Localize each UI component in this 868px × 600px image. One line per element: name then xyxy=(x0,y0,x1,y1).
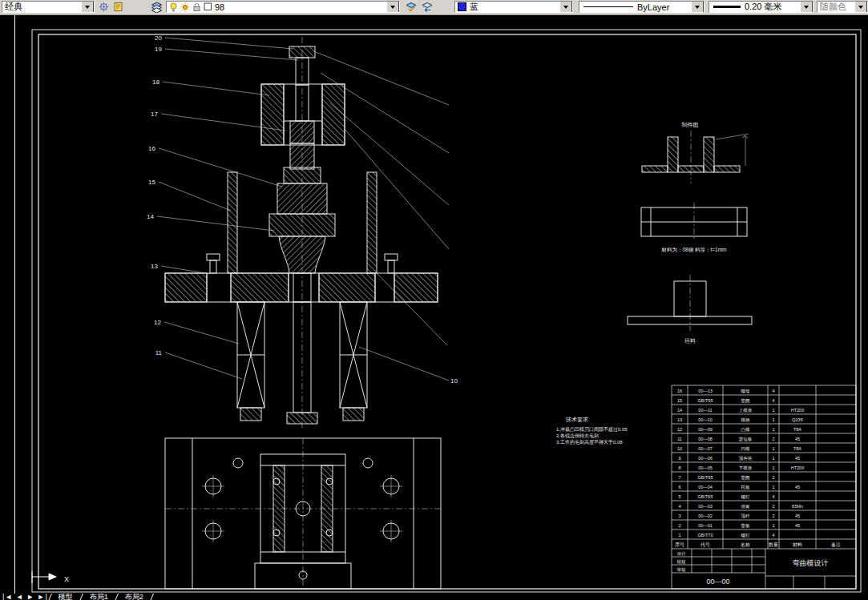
linetype-combo[interactable]: ByLayer xyxy=(579,1,704,13)
bom-cell: 1 xyxy=(772,465,774,470)
bom-cell: T8A xyxy=(793,446,801,451)
bom-cell: 2 xyxy=(772,504,774,509)
bom-cell: 12 xyxy=(677,427,682,432)
bom-cell: 2 xyxy=(772,475,774,480)
bom-header-qty: 数量 xyxy=(769,542,778,547)
color-value: 蓝 xyxy=(470,1,559,13)
bom-cell: 45 xyxy=(795,513,800,518)
bom-cell: T8A xyxy=(793,427,801,432)
bom-cell: GB/T65 xyxy=(698,494,713,499)
bom-cell: 00—08 xyxy=(698,437,713,441)
tab-model[interactable]: 模型 xyxy=(52,594,79,600)
bom-cell: 1 xyxy=(678,533,680,538)
lineweight-combo[interactable]: 0.20 毫米 xyxy=(709,1,813,13)
balloon-label: 13 xyxy=(151,263,158,270)
bom-cell: 10 xyxy=(677,446,682,451)
bom-cell: 下模座 xyxy=(739,465,753,470)
top-toolbar: 经典 98 xyxy=(0,0,868,15)
balloon-label: 11 xyxy=(155,349,163,356)
bom-cell: Q235 xyxy=(792,417,802,422)
bom-cell: GB/T95 xyxy=(698,475,713,480)
drawing-viewport[interactable]: 20 19 18 17 16 15 14 13 12 11 10 技术要求 1.… xyxy=(0,15,868,594)
bom-cell: 11 xyxy=(677,437,682,441)
bom-cell: 垫板 xyxy=(741,523,751,529)
balloon-label: 17 xyxy=(151,111,158,118)
bom-cell: 5 xyxy=(678,494,680,499)
chevron-down-icon[interactable] xyxy=(854,1,867,13)
balloon-label: 14 xyxy=(147,213,154,220)
bom-cell: 4 xyxy=(678,504,680,509)
balloon-label: 19 xyxy=(155,46,162,53)
bom-cell: 1 xyxy=(772,456,774,461)
statusbar: |◄ ◄ ► ►| 模型 布局1 布局2 xyxy=(0,594,868,600)
make-layer-current-icon xyxy=(406,2,417,12)
workspace-settings-button[interactable] xyxy=(97,1,111,13)
chevron-down-icon[interactable] xyxy=(691,1,704,13)
color-chip-icon xyxy=(204,2,212,11)
bom-cell: 顶件块 xyxy=(739,456,753,461)
balloon-label: 12 xyxy=(154,319,161,326)
bom-cell: 3 xyxy=(678,513,680,518)
bom-cell: 1 xyxy=(772,427,774,432)
tab-layout1[interactable]: 布局1 xyxy=(83,594,115,600)
bom-cell: 8 xyxy=(678,465,680,470)
make-layer-current-button[interactable] xyxy=(404,1,418,13)
tech-req-title: 技术要求 xyxy=(565,417,588,423)
bom-cell: 00—05 xyxy=(698,465,713,470)
bom-header-no: 序号 xyxy=(675,542,684,547)
bom-cell: 垫圈 xyxy=(741,398,750,404)
tech-req-item: 2.各锐边倒钝去毛刺 xyxy=(556,433,599,439)
balloon-label: 15 xyxy=(148,179,155,186)
bom-cell: 1 xyxy=(772,446,774,451)
balloon-label: 16 xyxy=(148,145,155,152)
lock-icon xyxy=(192,2,201,12)
layer-combo[interactable]: 98 xyxy=(166,1,400,13)
drawing-number: 00—00 xyxy=(706,578,729,586)
lineweight-value: 0.20 毫米 xyxy=(745,1,800,13)
bom-cell: 45 xyxy=(795,523,800,528)
tech-req-item: 3.工件的毛刺高度不得大于0.08 xyxy=(556,439,623,445)
bom-cell: 上模座 xyxy=(739,408,753,413)
bom-cell: 模柄 xyxy=(741,417,751,423)
bom-cell: 螺钉 xyxy=(741,533,751,538)
tab-nav-buttons[interactable]: |◄ ◄ ► ►| xyxy=(2,594,48,600)
cad-drawing: 20 19 18 17 16 15 14 13 12 11 10 技术要求 1.… xyxy=(0,15,868,594)
sheet-icon xyxy=(113,2,123,12)
bom-cell: 16 xyxy=(677,389,682,393)
bom-cell: 6 xyxy=(678,485,680,489)
workspace-value: 经典 xyxy=(5,1,81,13)
drawing-title: 弯曲模设计 xyxy=(793,559,829,567)
bom-cell: 00—03 xyxy=(698,504,713,509)
bom-cell: 2 xyxy=(772,513,774,518)
bom-cell: 2 xyxy=(678,523,680,528)
bom-header-mat: 材料 xyxy=(792,542,802,548)
bom-cell: GB/T70 xyxy=(698,533,713,538)
bom-cell: 4 xyxy=(772,398,774,403)
bom-cell: 螺钉 xyxy=(741,494,751,499)
bom-cell: 定位板 xyxy=(739,437,753,442)
layer-previous-button[interactable] xyxy=(420,1,434,13)
bom-cell: 4 xyxy=(772,533,774,538)
color-swatch-icon xyxy=(458,2,466,11)
chevron-down-icon[interactable] xyxy=(386,1,399,13)
part-detail-views xyxy=(628,131,752,331)
detail-view-title: 制件图 xyxy=(681,122,699,128)
bom-cell: 弹簧 xyxy=(741,504,751,509)
bom-cell: 00—11 xyxy=(698,408,712,413)
bom-cell: 顶杆 xyxy=(741,513,751,518)
bom-cell: HT200 xyxy=(791,465,805,470)
plotstyle-combo[interactable]: 随颜色 xyxy=(817,1,868,13)
bom-cell: 1 xyxy=(772,408,774,413)
chevron-down-icon[interactable] xyxy=(800,1,813,13)
workspace-combo[interactable]: 经典 xyxy=(2,1,95,13)
toolbar-palette-button[interactable] xyxy=(111,1,125,13)
technical-requirements: 技术要求 1.冲裁凸凹模刃口间隙不超过0.05 2.各锐边倒钝去毛刺 3.工件的… xyxy=(556,417,628,445)
bom-cell: 00—09 xyxy=(698,427,713,432)
tab-layout2[interactable]: 布局2 xyxy=(119,594,150,600)
layer-properties-button[interactable] xyxy=(149,1,164,13)
color-combo[interactable]: 蓝 xyxy=(454,1,573,13)
chevron-down-icon[interactable] xyxy=(559,1,572,13)
bulb-icon xyxy=(169,2,178,12)
bom-cell: 凸模 xyxy=(741,427,751,432)
chevron-down-icon[interactable] xyxy=(81,1,94,13)
